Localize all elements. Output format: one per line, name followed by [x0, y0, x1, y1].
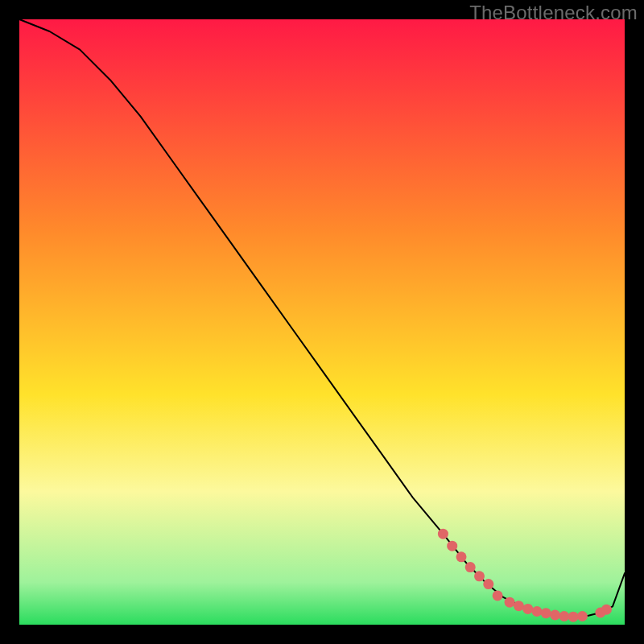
data-marker — [505, 597, 515, 608]
data-marker — [541, 608, 551, 618]
data-marker — [483, 579, 493, 589]
data-marker — [550, 610, 560, 621]
data-marker — [493, 590, 503, 601]
data-marker — [474, 571, 485, 581]
data-marker — [522, 604, 533, 614]
data-marker — [465, 562, 476, 572]
data-marker — [447, 541, 457, 551]
curve-svg — [19, 19, 625, 625]
data-marker — [568, 612, 579, 622]
data-marker — [559, 611, 569, 621]
data-marker — [438, 529, 448, 539]
data-marker — [456, 551, 467, 562]
data-marker — [514, 601, 524, 611]
data-marker — [601, 605, 612, 615]
plot-area — [19, 19, 625, 625]
chart-stage: TheBottleneck.com — [0, 0, 644, 644]
bottleneck-curve — [19, 19, 625, 617]
data-marker — [532, 606, 543, 617]
data-marker — [577, 611, 588, 621]
marker-group — [438, 529, 612, 622]
